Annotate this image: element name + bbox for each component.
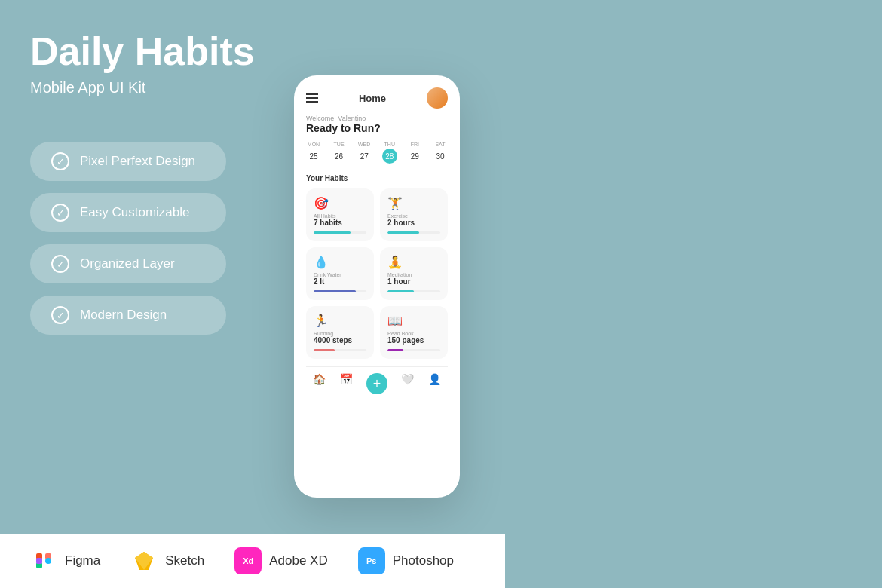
check-icon-organized: ✓ — [51, 255, 69, 273]
habit-icon-exercise: 🏋️ — [387, 196, 440, 210]
bottom-nav: 🏠 📅 + 🤍 👤 — [306, 366, 448, 394]
check-icon-easy: ✓ — [51, 204, 69, 222]
add-nav-button[interactable]: + — [366, 373, 387, 394]
habit-icon-book: 📖 — [387, 314, 440, 328]
ready-text: Ready to Run? — [306, 122, 448, 134]
feature-pixel: ✓ Pixel Perfext Design — [30, 142, 226, 181]
habit-card-exercise: 🏋️ Exercise 2 hours — [380, 188, 448, 241]
habit-name-exercise: Exercise — [387, 213, 440, 219]
svg-rect-3 — [36, 558, 42, 564]
feature-modern-label: Modern Design — [80, 308, 167, 323]
progress-fill-all — [314, 231, 351, 234]
habit-value-book: 150 pages — [387, 336, 440, 345]
habit-value-running: 4000 steps — [314, 336, 366, 345]
habit-value-water: 2 lt — [314, 277, 366, 286]
habit-progress-all — [314, 231, 366, 234]
adobexd-icon: Xd — [234, 547, 262, 574]
check-icon-modern: ✓ — [51, 306, 69, 324]
hamburger-icon — [306, 93, 318, 103]
feature-easy-label: Easy Customizable — [80, 205, 190, 220]
habit-icon-meditation: 🧘 — [387, 255, 440, 269]
habit-progress-meditation — [387, 290, 440, 292]
heart-nav-icon[interactable]: 🤍 — [401, 373, 414, 394]
progress-fill-running — [314, 349, 335, 351]
habit-card-all: 🎯 All Habits 7 habits — [306, 188, 374, 241]
habit-progress-water — [314, 290, 366, 292]
habits-grid: 🎯 All Habits 7 habits 🏋️ Exercise 2 hour… — [306, 188, 448, 359]
habit-card-running: 🏃 Running 4000 steps — [306, 306, 374, 359]
figma-label: Figma — [65, 553, 100, 568]
feature-modern: ✓ Modern Design — [30, 296, 226, 335]
feature-organized: ✓ Organized Layer — [30, 244, 226, 283]
adobexd-label: Adobe XD — [269, 553, 328, 568]
tool-photoshop: Ps Photoshop — [358, 547, 454, 574]
cal-day-4: FRI 29 — [407, 142, 422, 164]
habit-name-running: Running — [314, 331, 366, 336]
center-app-preview: Home Welcome, Valentino Ready to Run? MO… — [294, 75, 460, 498]
habit-name-water: Drink Water — [314, 272, 366, 277]
app-title: Daily Habits — [30, 30, 482, 73]
svg-point-4 — [45, 558, 51, 564]
tool-figma: Figma — [30, 547, 100, 574]
habit-icon-all: 🎯 — [314, 196, 366, 210]
right-section: Malcolm Function New York, USA Mode 😠 😊 … — [505, 0, 882, 588]
progress-fill-water — [314, 290, 356, 292]
profile-nav-icon[interactable]: 👤 — [428, 373, 441, 394]
tool-sketch: Sketch — [130, 547, 204, 574]
calendar-strip: MON 25 TUE 26 WED 27 THU 28 FRI 29 SAT 3… — [306, 142, 448, 164]
feature-pixel-label: Pixel Perfext Design — [80, 154, 195, 169]
check-icon-pixel: ✓ — [51, 152, 69, 170]
photoshop-icon: Ps — [358, 547, 385, 574]
cal-day-5: SAT 30 — [433, 142, 448, 164]
svg-marker-6 — [135, 552, 153, 570]
cal-day-0: MON 25 — [306, 142, 321, 164]
habit-value-meditation: 1 hour — [387, 277, 440, 286]
home-nav-icon[interactable]: 🏠 — [313, 373, 326, 394]
habit-card-book: 📖 Read Book 150 pages — [380, 306, 448, 359]
left-panel: Daily Habits Mobile App UI Kit ✓ Pixel P… — [0, 0, 505, 588]
calendar-nav-icon[interactable]: 📅 — [340, 373, 353, 394]
habit-name-book: Read Book — [387, 331, 440, 336]
sketch-label: Sketch — [165, 553, 204, 568]
habit-progress-running — [314, 349, 366, 351]
habit-progress-exercise — [387, 231, 440, 234]
tool-adobexd: Xd Adobe XD — [234, 547, 328, 574]
habit-card-meditation: 🧘 Meditation 1 hour — [380, 247, 448, 300]
progress-fill-meditation — [387, 290, 414, 292]
sketch-icon — [130, 547, 158, 574]
habit-icon-water: 💧 — [314, 255, 366, 269]
app-header: Home — [306, 87, 448, 109]
habit-name-all: All Habits — [314, 213, 366, 219]
bottom-toolbar: Figma Sketch Xd Adobe XD Ps Photoshop — [0, 534, 505, 588]
cal-day-2: WED 27 — [357, 142, 372, 164]
habit-value-all: 7 habits — [314, 219, 366, 227]
habit-name-meditation: Meditation — [387, 272, 440, 277]
habits-section-label: Your Habits — [306, 174, 448, 182]
habit-card-water: 💧 Drink Water 2 lt — [306, 247, 374, 300]
habit-value-exercise: 2 hours — [387, 219, 440, 227]
feature-easy: ✓ Easy Customizable — [30, 193, 226, 232]
cal-day-3: THU 28 — [382, 142, 397, 164]
photoshop-label: Photoshop — [393, 553, 454, 568]
welcome-text: Welcome, Valentino — [306, 115, 448, 122]
progress-fill-exercise — [387, 231, 419, 234]
figma-icon — [30, 547, 57, 574]
progress-fill-book — [387, 349, 403, 351]
habit-progress-book — [387, 349, 440, 351]
habit-icon-running: 🏃 — [314, 314, 366, 328]
user-avatar — [427, 87, 448, 109]
feature-organized-label: Organized Layer — [80, 256, 175, 271]
cal-day-1: TUE 26 — [332, 142, 347, 164]
app-home-title: Home — [359, 93, 386, 104]
